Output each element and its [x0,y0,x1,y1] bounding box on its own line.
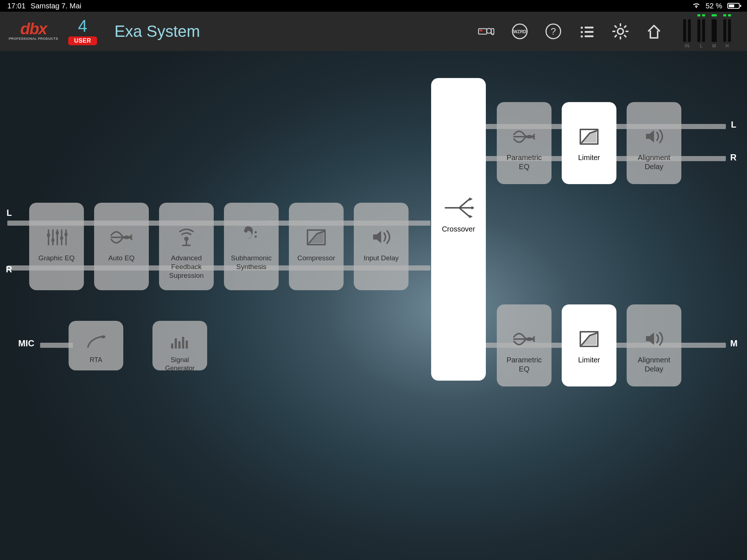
svg-rect-33 [65,233,67,236]
preset-indicator[interactable]: 4 USER [68,18,97,45]
sliders-icon [45,224,68,250]
module-graphic-eq[interactable]: Graphic EQ [29,203,84,290]
svg-line-22 [624,26,626,28]
module-align-delay-bottom[interactable]: Alignment Delay [627,304,681,386]
label-out-m: M [730,338,738,349]
wave-icon [512,123,536,149]
svg-rect-42 [171,343,173,349]
meter-m: M [712,14,717,48]
wifi-icon [692,2,700,10]
module-input-delay[interactable]: Input Delay [354,203,409,290]
module-compressor[interactable]: Compressor [289,203,344,290]
module-auto-eq[interactable]: Auto EQ [94,203,149,290]
list-icon[interactable] [578,23,596,40]
module-peq-top[interactable]: Parametric EQ [497,102,551,184]
ios-status-bar: 17:01 Samstag 7. Mai 52 % [0,0,747,12]
settings-gear-icon[interactable] [612,23,629,40]
wave-icon [512,326,536,352]
bus-mic [40,343,73,348]
level-meters: IN L M H [683,14,731,48]
module-subharmonic[interactable]: Subharmonic Synthesis [224,203,279,290]
svg-point-11 [581,31,583,33]
speaker-delay-icon [642,123,666,149]
svg-rect-43 [175,338,177,349]
wave-icon [110,224,133,250]
svg-rect-32 [60,237,63,240]
module-peq-bottom[interactable]: Parametric EQ [497,304,551,386]
crossover-split-icon [443,195,474,221]
svg-point-2 [487,28,492,34]
status-date: Samstag 7. Mai [31,2,81,10]
label-mic: MIC [18,338,34,349]
label-out-r: R [730,152,736,163]
svg-text:WZRD: WZRD [513,29,526,34]
help-icon[interactable]: ? [545,23,562,40]
preset-number: 4 [78,18,88,34]
battery-icon [727,3,740,9]
limiter-icon [577,123,601,149]
svg-rect-46 [186,341,188,349]
svg-point-9 [581,27,583,29]
rta-mic-icon [84,332,108,352]
preset-type-badge: USER [68,36,97,45]
label-input-r: R [6,264,12,275]
battery-percent: 52 % [705,2,722,10]
module-align-delay-top[interactable]: Alignment Delay [627,102,681,184]
wizard-icon[interactable]: WZRD [511,23,529,40]
feedback-icon [175,224,198,250]
speaker-delay-icon [369,224,393,250]
svg-point-38 [255,231,257,233]
speaker-delay-icon [642,326,666,352]
status-time: 17:01 [7,2,26,10]
svg-line-21 [624,35,626,37]
svg-rect-14 [585,35,593,37]
svg-line-23 [615,35,617,37]
app-header: dbx PROFESSIONAL PRODUCTS 4 USER Exa Sys… [0,12,747,51]
meter-in: IN [683,19,691,48]
svg-rect-12 [585,31,593,33]
svg-point-15 [618,28,623,34]
meter-l: L [697,14,705,48]
config-search-icon[interactable] [477,23,495,40]
svg-point-13 [581,35,583,38]
svg-point-41 [101,335,105,338]
svg-line-20 [615,26,617,28]
svg-rect-31 [56,232,59,234]
label-out-l: L [731,120,736,130]
svg-rect-4 [491,29,494,34]
module-rta[interactable]: RTA [69,321,123,370]
label-input-l: L [7,208,12,218]
svg-rect-10 [585,27,593,28]
svg-text:?: ? [551,26,556,37]
compressor-icon [305,224,328,250]
svg-rect-30 [51,239,54,242]
module-limiter-bottom[interactable]: Limiter [562,304,616,386]
home-icon[interactable] [645,23,663,40]
logo-tagline: PROFESSIONAL PRODUCTS [9,37,58,40]
svg-rect-1 [480,30,483,32]
system-title: Exa System [115,22,200,40]
signal-flow-canvas: L R MIC L R M Graphic EQ Auto EQ Advance… [0,51,747,560]
brand-logo: dbx PROFESSIONAL PRODUCTS [9,22,58,40]
module-limiter-top[interactable]: Limiter [562,102,616,184]
limiter-icon [577,326,601,352]
meter-h: H [723,14,731,48]
bass-clef-icon [240,224,263,250]
svg-point-39 [255,236,257,238]
svg-rect-45 [182,337,184,349]
module-signal-generator[interactable]: Signal Generator [152,321,207,370]
module-feedback-supression[interactable]: Advanced Feedback Supression [159,203,214,290]
svg-rect-44 [178,341,181,349]
svg-rect-29 [47,234,50,237]
logo-text: dbx [20,22,47,35]
module-crossover[interactable]: Crossover [431,78,486,381]
signal-bars-icon [168,332,191,352]
